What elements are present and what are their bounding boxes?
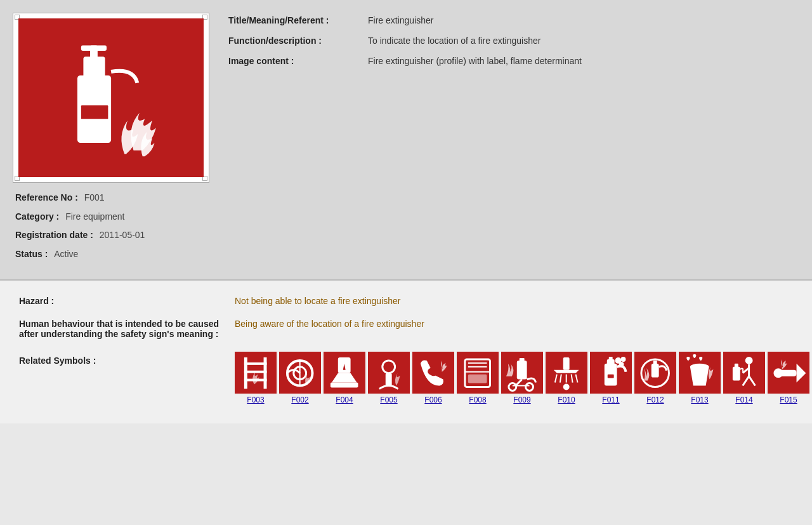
svg-rect-51 bbox=[733, 366, 740, 380]
symbol-item-f003[interactable]: F003 bbox=[235, 352, 277, 404]
svg-point-25 bbox=[509, 383, 516, 390]
svg-line-30 bbox=[560, 374, 561, 382]
status-label: Status : bbox=[15, 249, 48, 259]
symbol-code-f012[interactable]: F012 bbox=[646, 395, 664, 404]
symbol-item-f006[interactable]: F006 bbox=[412, 352, 454, 404]
svg-point-46 bbox=[745, 357, 753, 364]
regdate-value: 2011-05-01 bbox=[100, 230, 145, 240]
symbol-box-f006 bbox=[412, 352, 454, 394]
top-section: Reference No : F001 Category : Fire equi… bbox=[0, 0, 812, 281]
category-value: Fire equipment bbox=[65, 211, 124, 222]
reference-row: Reference No : F001 bbox=[15, 192, 207, 204]
symbol-code-f014[interactable]: F014 bbox=[735, 395, 752, 404]
reference-value: F001 bbox=[84, 192, 105, 203]
symbol-item-f005[interactable]: F005 bbox=[368, 352, 410, 404]
regdate-label: Registration date : bbox=[15, 230, 93, 240]
function-label: Function/description : bbox=[228, 36, 368, 46]
title-row: Title/Meaning/Referent : Fire extinguish… bbox=[228, 15, 799, 25]
regdate-row: Registration date : 2011-05-01 bbox=[15, 229, 207, 242]
svg-marker-54 bbox=[797, 364, 806, 383]
category-label: Category : bbox=[15, 211, 59, 222]
sign-image-box bbox=[13, 13, 209, 183]
symbol-box-f010 bbox=[546, 352, 587, 394]
svg-rect-7 bbox=[244, 362, 267, 365]
svg-rect-37 bbox=[609, 357, 613, 362]
function-row: Function/description : To indicate the l… bbox=[228, 36, 799, 46]
symbol-item-f002[interactable]: F002 bbox=[279, 352, 321, 404]
symbol-code-f002[interactable]: F002 bbox=[291, 395, 308, 404]
symbol-item-f015[interactable]: F015 bbox=[768, 352, 809, 404]
svg-rect-23 bbox=[520, 358, 525, 363]
symbol-code-f008[interactable]: F008 bbox=[469, 395, 486, 404]
symbol-code-f015[interactable]: F015 bbox=[780, 395, 797, 404]
symbol-item-f012[interactable]: F012 bbox=[634, 352, 676, 404]
symbol-code-f013[interactable]: F013 bbox=[691, 395, 708, 404]
hazard-value: Not being able to locate a fire extingui… bbox=[235, 296, 793, 306]
meta-table: Reference No : F001 Category : Fire equi… bbox=[13, 192, 209, 260]
svg-rect-14 bbox=[331, 382, 358, 387]
symbol-box-f004 bbox=[324, 352, 365, 394]
svg-line-50 bbox=[743, 368, 749, 373]
svg-rect-41 bbox=[608, 374, 614, 378]
svg-point-40 bbox=[619, 362, 624, 367]
svg-point-34 bbox=[563, 383, 570, 390]
svg-rect-22 bbox=[517, 361, 527, 380]
symbol-box-f005 bbox=[368, 352, 410, 394]
symbol-item-f011[interactable]: F011 bbox=[590, 352, 632, 404]
category-row: Category : Fire equipment bbox=[15, 211, 207, 223]
symbol-box-f011 bbox=[590, 352, 632, 394]
svg-rect-1 bbox=[83, 56, 105, 79]
symbol-code-f009[interactable]: F009 bbox=[513, 395, 530, 404]
status-row: Status : Active bbox=[15, 248, 207, 261]
symbol-code-f004[interactable]: F004 bbox=[336, 395, 353, 404]
symbol-item-f014[interactable]: F014 bbox=[723, 352, 765, 404]
symbol-code-f010[interactable]: F010 bbox=[558, 395, 575, 404]
symbol-code-f011[interactable]: F011 bbox=[602, 395, 619, 404]
reference-label: Reference No : bbox=[15, 192, 78, 203]
svg-rect-28 bbox=[563, 357, 570, 370]
symbol-item-f004[interactable]: F004 bbox=[324, 352, 365, 404]
symbol-box-f015 bbox=[768, 352, 809, 394]
symbols-grid: F003 F002 F004 F005 F006 F008 bbox=[235, 352, 812, 404]
svg-point-15 bbox=[383, 361, 395, 373]
hazard-label: Hazard : bbox=[19, 296, 235, 306]
svg-rect-44 bbox=[653, 361, 657, 366]
symbol-box-f012 bbox=[634, 352, 676, 394]
symbol-item-f008[interactable]: F008 bbox=[457, 352, 499, 404]
svg-point-39 bbox=[621, 357, 626, 362]
status-value: Active bbox=[54, 249, 78, 259]
symbol-box-f009 bbox=[501, 352, 543, 394]
svg-rect-19 bbox=[468, 374, 487, 383]
symbol-item-f010[interactable]: F010 bbox=[546, 352, 587, 404]
title-label: Title/Meaning/Referent : bbox=[228, 15, 368, 25]
symbol-item-f013[interactable]: F013 bbox=[679, 352, 721, 404]
fire-extinguisher-sign bbox=[18, 18, 204, 177]
symbol-item-f009[interactable]: F009 bbox=[501, 352, 543, 404]
symbol-box-f002 bbox=[279, 352, 321, 394]
symbol-code-f005[interactable]: F005 bbox=[380, 395, 397, 404]
symbol-box-f008 bbox=[457, 352, 499, 394]
svg-line-32 bbox=[572, 374, 573, 382]
svg-line-33 bbox=[576, 374, 578, 382]
bottom-section: Hazard : Not being able to locate a fire… bbox=[0, 281, 812, 423]
hazard-row: Hazard : Not being able to locate a fire… bbox=[19, 296, 793, 306]
left-panel: Reference No : F001 Category : Fire equi… bbox=[13, 13, 209, 267]
svg-rect-53 bbox=[775, 369, 797, 376]
behaviour-value: Being aware of the location of a fire ex… bbox=[235, 319, 793, 329]
image-content-label: Image content : bbox=[228, 56, 368, 66]
right-panel: Title/Meaning/Referent : Fire extinguish… bbox=[228, 13, 799, 267]
symbol-box-f003 bbox=[235, 352, 277, 394]
behaviour-label: Human behaviour that is intended to be c… bbox=[19, 319, 235, 339]
svg-point-26 bbox=[526, 383, 534, 390]
symbol-code-f006[interactable]: F006 bbox=[424, 395, 442, 404]
svg-line-48 bbox=[743, 376, 749, 385]
symbol-box-f014 bbox=[723, 352, 765, 394]
symbol-box-f013 bbox=[679, 352, 721, 394]
symbol-code-f003[interactable]: F003 bbox=[247, 395, 264, 404]
svg-line-49 bbox=[749, 376, 756, 385]
svg-rect-16 bbox=[386, 373, 392, 385]
svg-rect-4 bbox=[81, 105, 108, 119]
svg-rect-3 bbox=[81, 45, 107, 50]
function-value: To indicate the location of a fire extin… bbox=[368, 36, 799, 46]
title-value: Fire extinguisher bbox=[368, 15, 799, 25]
